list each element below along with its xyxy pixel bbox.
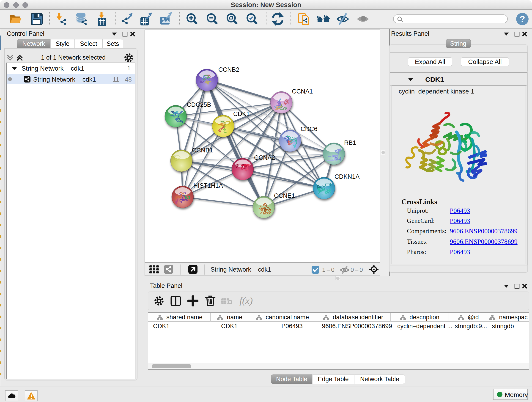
svg-text:CCNB1: CCNB1 [192, 147, 213, 154]
svg-text:CCNA2: CCNA2 [254, 154, 275, 161]
svg-text:CDC25B: CDC25B [187, 101, 211, 108]
svg-text:CDKN1A: CDKN1A [335, 173, 360, 180]
svg-text:RB1: RB1 [344, 139, 356, 146]
svg-text:CCNA1: CCNA1 [292, 88, 313, 95]
svg-text:CDC6: CDC6 [301, 126, 317, 133]
svg-text:CDK1: CDK1 [233, 110, 250, 117]
svg-text:HIST1H1A: HIST1H1A [193, 182, 223, 189]
svg-text:CCNB2: CCNB2 [218, 66, 239, 73]
svg-text:CCNE1: CCNE1 [274, 192, 295, 199]
